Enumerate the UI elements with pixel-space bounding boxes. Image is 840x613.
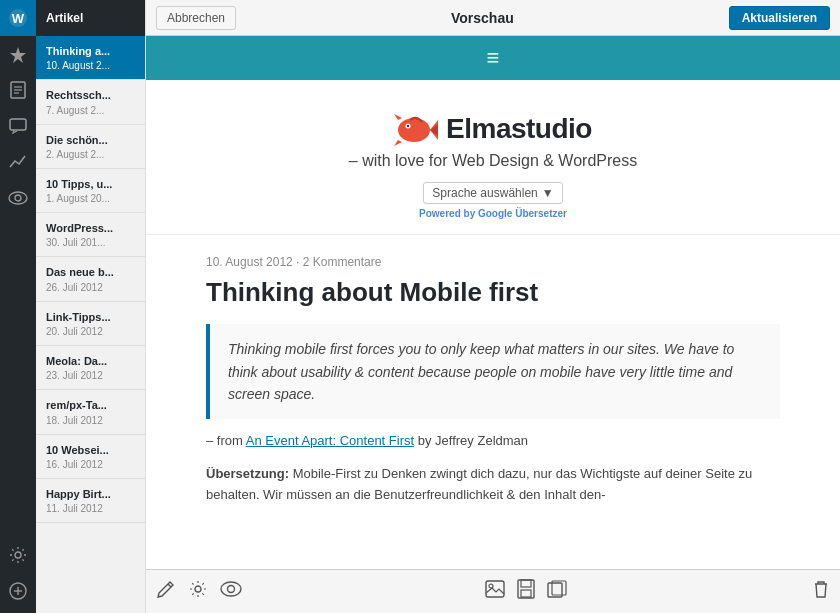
svg-rect-27 <box>521 590 531 597</box>
sidebar: W <box>0 0 36 613</box>
article-item[interactable]: Das neue b... 26. Juli 2012 <box>36 257 145 301</box>
svg-point-13 <box>398 118 430 142</box>
preview-modal: Abbrechen Vorschau Aktualisieren ≡ <box>146 0 840 613</box>
article-date: 2. August 2... <box>46 149 135 160</box>
sidebar-icon-settings[interactable] <box>0 537 36 573</box>
article-list: Artikel Thinking a... 10. August 2... Re… <box>36 0 146 613</box>
article-source: – from An Event Apart: Content First by … <box>206 433 780 448</box>
article-item[interactable]: Meola: Da... 23. Juli 2012 <box>36 346 145 390</box>
article-date: 26. Juli 2012 <box>46 282 135 293</box>
translate-label: Sprache auswählen <box>432 186 537 200</box>
svg-point-9 <box>15 552 21 558</box>
article-title: Happy Birt... <box>46 487 135 501</box>
svg-marker-18 <box>394 114 402 120</box>
article-item[interactable]: Thinking a... 10. August 2... <box>36 36 145 80</box>
article-date: 1. August 20... <box>46 193 135 204</box>
article-item[interactable]: Die schön... 2. August 2... <box>36 125 145 169</box>
article-title: 10 Tipps, u... <box>46 177 135 191</box>
svg-point-20 <box>195 586 201 592</box>
article-title: Rechtssch... <box>46 88 135 102</box>
article-title: Link-Tipps... <box>46 310 135 324</box>
article-list-header: Artikel <box>36 0 145 36</box>
translate-dropdown[interactable]: Sprache auswählen ▼ <box>423 182 562 204</box>
modal-title: Vorschau <box>236 10 729 26</box>
powered-by: Powered by Google Übersetzer <box>166 208 820 219</box>
image-icon[interactable] <box>485 580 505 603</box>
blog-logo: Elmastudio <box>166 110 820 148</box>
svg-point-8 <box>15 195 21 201</box>
delete-icon[interactable] <box>812 579 830 604</box>
article-item[interactable]: 10 Websei... 16. Juli 2012 <box>36 435 145 479</box>
svg-rect-26 <box>521 580 531 587</box>
svg-point-22 <box>228 586 235 593</box>
svg-marker-19 <box>394 140 402 146</box>
svg-text:W: W <box>12 11 25 26</box>
svg-rect-23 <box>486 581 504 597</box>
blog-header: Elmastudio – with love for Web Design & … <box>146 80 840 235</box>
article-date: 7. August 2... <box>46 105 135 116</box>
svg-point-7 <box>9 192 27 204</box>
article-title: Die schön... <box>46 133 135 147</box>
update-button[interactable]: Aktualisieren <box>729 6 830 30</box>
article-item[interactable]: rem/px-Ta... 18. Juli 2012 <box>36 390 145 434</box>
gear-icon[interactable] <box>188 579 208 604</box>
sidebar-icon-chart[interactable] <box>0 144 36 180</box>
article-date: 30. Juli 201... <box>46 237 135 248</box>
article-item[interactable]: Link-Tipps... 20. Juli 2012 <box>36 302 145 346</box>
toolbar-right <box>812 579 830 604</box>
sidebar-icon-eye[interactable] <box>0 180 36 216</box>
article-item[interactable]: Happy Birt... 11. Juli 2012 <box>36 479 145 523</box>
article-item[interactable]: 10 Tipps, u... 1. August 20... <box>36 169 145 213</box>
translation-label: Übersetzung: <box>206 466 289 481</box>
main-area: have to ne and deiner Seite zu hnen an h… <box>146 0 840 613</box>
svg-point-24 <box>489 584 493 588</box>
sidebar-icon-page[interactable] <box>0 72 36 108</box>
article-date: 16. Juli 2012 <box>46 459 135 470</box>
toolbar-center <box>485 579 569 604</box>
svg-rect-6 <box>10 119 26 130</box>
sidebar-icon-add[interactable] <box>0 573 36 609</box>
preview-area[interactable]: ≡ <box>146 36 840 569</box>
article-title: WordPress... <box>46 221 135 235</box>
sidebar-icon-wp[interactable]: W <box>0 0 36 36</box>
google-label: Google <box>478 208 512 219</box>
source-prefix: – from <box>206 433 243 448</box>
article-item[interactable]: WordPress... 30. Juli 201... <box>36 213 145 257</box>
source-link[interactable]: An Event Apart: Content First <box>246 433 414 448</box>
fish-logo-icon <box>394 110 438 148</box>
preview-nav: ≡ <box>146 36 840 80</box>
article-title: 10 Websei... <box>46 443 135 457</box>
blog-tagline: – with love for Web Design & WordPress <box>166 152 820 170</box>
article-title: Das neue b... <box>46 265 135 279</box>
translate-chevron-icon: ▼ <box>542 186 554 200</box>
source-by: by Jeffrey Zeldman <box>418 433 528 448</box>
modal-header: Abbrechen Vorschau Aktualisieren <box>146 0 840 36</box>
toolbar-left <box>156 579 242 604</box>
article-meta: 10. August 2012 · 2 Kommentare <box>206 255 780 269</box>
gallery-icon[interactable] <box>547 580 569 603</box>
article-date: 18. Juli 2012 <box>46 415 135 426</box>
article-heading: Thinking about Mobile first <box>206 277 780 308</box>
article-content: 10. August 2012 · 2 Kommentare Thinking … <box>146 235 840 526</box>
blog-name: Elmastudio <box>446 113 592 145</box>
save-icon[interactable] <box>517 579 535 604</box>
article-translation: Übersetzung: Mobile-First zu Denken zwin… <box>206 464 780 506</box>
cancel-button[interactable]: Abbrechen <box>156 6 236 30</box>
hamburger-icon: ≡ <box>487 47 500 69</box>
svg-point-21 <box>221 582 241 596</box>
article-blockquote: Thinking mobile first forces you to only… <box>206 324 780 419</box>
article-date: 10. August 2... <box>46 60 135 71</box>
sidebar-icon-comment[interactable] <box>0 108 36 144</box>
sidebar-icon-pin[interactable] <box>0 36 36 72</box>
svg-point-17 <box>407 125 409 127</box>
article-title: rem/px-Ta... <box>46 398 135 412</box>
article-item[interactable]: Rechtssch... 7. August 2... <box>36 80 145 124</box>
article-title: Thinking a... <box>46 44 135 58</box>
article-date: 11. Juli 2012 <box>46 503 135 514</box>
article-title: Meola: Da... <box>46 354 135 368</box>
article-date: 23. Juli 2012 <box>46 370 135 381</box>
eye-toolbar-icon[interactable] <box>220 581 242 602</box>
uebersetzer-label: Übersetzer <box>515 208 567 219</box>
pencil-icon[interactable] <box>156 579 176 604</box>
bottom-toolbar <box>146 569 840 613</box>
